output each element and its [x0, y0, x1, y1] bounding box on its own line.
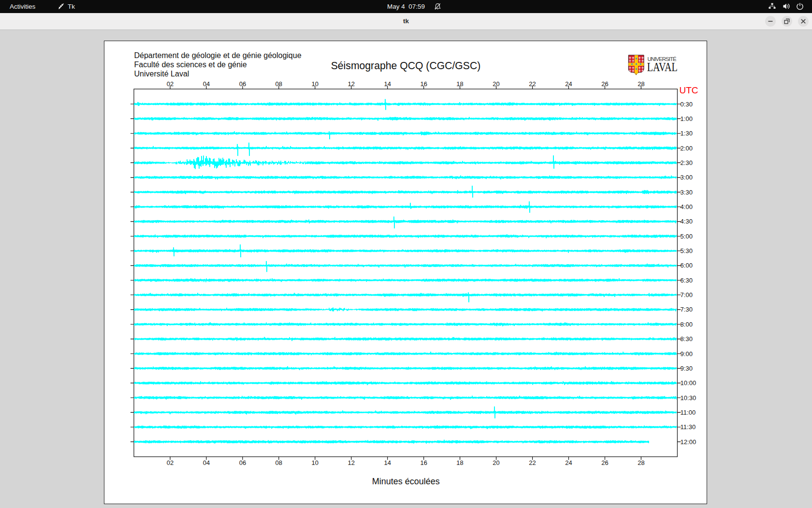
- svg-text:Séismographe QCQ (CGC/GSC): Séismographe QCQ (CGC/GSC): [331, 60, 481, 72]
- svg-text:5:30: 5:30: [681, 247, 693, 254]
- svg-text:28: 28: [638, 459, 644, 466]
- svg-text:14: 14: [384, 459, 391, 466]
- svg-text:26: 26: [601, 459, 608, 466]
- svg-text:20: 20: [493, 459, 499, 466]
- svg-text:12: 12: [348, 459, 355, 466]
- svg-text:6:00: 6:00: [681, 262, 693, 269]
- svg-text:10:30: 10:30: [681, 394, 696, 402]
- svg-text:1:30: 1:30: [681, 130, 693, 137]
- svg-text:11:30: 11:30: [681, 423, 696, 431]
- svg-text:Département de géologie et de: Département de géologie et de génie géol…: [134, 51, 302, 60]
- svg-text:24: 24: [565, 459, 572, 466]
- svg-text:10:00: 10:00: [681, 379, 696, 387]
- svg-text:18: 18: [456, 459, 463, 466]
- svg-text:Université Laval: Université Laval: [134, 70, 189, 78]
- svg-text:5:00: 5:00: [681, 233, 693, 240]
- svg-text:9:30: 9:30: [681, 365, 693, 372]
- svg-text:Faculté des sciences et de gén: Faculté des sciences et de génie: [134, 60, 247, 69]
- svg-text:16: 16: [420, 459, 427, 466]
- svg-text:12:00: 12:00: [681, 438, 696, 446]
- svg-text:7:30: 7:30: [681, 306, 693, 313]
- svg-text:04: 04: [203, 459, 210, 466]
- svg-text:Minutes écoulées: Minutes écoulées: [372, 477, 440, 486]
- svg-text:4:30: 4:30: [681, 218, 693, 225]
- svg-text:10: 10: [312, 459, 319, 466]
- svg-text:6:30: 6:30: [681, 277, 693, 284]
- svg-text:3:00: 3:00: [681, 174, 693, 181]
- svg-text:7:00: 7:00: [681, 291, 693, 299]
- svg-text:4:00: 4:00: [681, 203, 693, 210]
- svg-text:06: 06: [239, 459, 246, 466]
- svg-text:2:30: 2:30: [681, 159, 693, 166]
- svg-text:02: 02: [167, 459, 174, 466]
- svg-text:08: 08: [276, 459, 282, 466]
- svg-text:UTC: UTC: [680, 85, 698, 95]
- svg-text:8:00: 8:00: [681, 321, 693, 328]
- svg-text:8:30: 8:30: [681, 335, 693, 343]
- svg-text:11:00: 11:00: [681, 409, 696, 416]
- svg-text:3:30: 3:30: [681, 189, 693, 196]
- svg-text:LAVAL: LAVAL: [647, 60, 678, 74]
- svg-text:0:30: 0:30: [681, 101, 693, 108]
- svg-text:1:00: 1:00: [681, 115, 693, 122]
- svg-text:9:00: 9:00: [681, 350, 693, 358]
- svg-text:2:00: 2:00: [681, 145, 693, 152]
- svg-text:22: 22: [529, 459, 536, 466]
